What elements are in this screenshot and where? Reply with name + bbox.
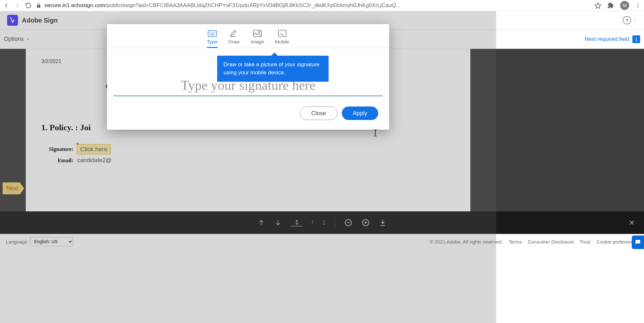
terms-link[interactable]: Terms [509, 239, 522, 245]
profile-avatar[interactable]: M [620, 1, 629, 10]
page-down-icon[interactable] [274, 219, 282, 226]
svg-rect-6 [254, 30, 261, 37]
url-text: secure.in1.echosign.com/public/esign?aid… [44, 2, 400, 9]
adobe-sign-logo-icon [7, 15, 18, 26]
kebab-menu-icon[interactable] [635, 3, 641, 8]
chat-widget-icon[interactable] [632, 235, 644, 249]
tab-mobile-label: Mobile [275, 39, 289, 44]
svg-point-7 [259, 31, 260, 32]
tab-draw[interactable]: Draw [228, 30, 240, 48]
browser-toolbar: secure.in1.echosign.com/public/esign?aid… [0, 0, 644, 11]
signature-field[interactable]: * Click here [77, 144, 111, 154]
email-value: candidate2@ [77, 157, 111, 164]
tab-draw-label: Draw [228, 39, 240, 44]
address-bar[interactable]: secure.in1.echosign.com/public/esign?aid… [36, 2, 590, 9]
lock-icon [36, 3, 41, 8]
app-title: Adobe Sign [22, 17, 58, 24]
bookmark-star-icon[interactable] [594, 2, 601, 9]
trust-link[interactable]: Trust [580, 239, 591, 245]
signature-placeholder: Click here [80, 146, 107, 152]
copyright-text: © 2021 Adobe. All rights reserved. [430, 239, 503, 245]
next-required-field[interactable]: Next required field 1 [585, 35, 640, 43]
tab-mobile[interactable]: Mobile [275, 30, 289, 48]
download-icon[interactable] [379, 219, 387, 226]
keyboard-icon [208, 30, 217, 37]
language-label: Language [6, 239, 27, 245]
reload-button[interactable] [25, 2, 32, 9]
svg-rect-8 [278, 30, 286, 37]
zoom-out-icon[interactable] [344, 218, 352, 227]
chevron-down-icon [26, 37, 30, 42]
next-flag[interactable]: Next [3, 182, 24, 194]
tab-type[interactable]: Type [207, 30, 217, 48]
page-up-icon[interactable] [257, 219, 265, 226]
close-pdf-bar-icon[interactable] [629, 219, 635, 226]
required-asterisk-icon: * [76, 141, 79, 149]
svg-point-0 [638, 3, 639, 4]
tab-image-label: Image [251, 39, 264, 44]
extensions-icon[interactable] [607, 2, 614, 9]
image-icon [253, 30, 262, 37]
options-label: Options [4, 36, 24, 42]
email-label: Email: [41, 157, 73, 164]
forward-button[interactable] [14, 2, 21, 9]
zoom-in-icon[interactable] [361, 218, 370, 227]
help-menu[interactable]: ? [623, 16, 637, 24]
apply-button[interactable]: Apply [342, 106, 378, 120]
chevron-down-icon [633, 18, 637, 22]
help-icon: ? [623, 16, 631, 24]
tab-type-label: Type [207, 39, 217, 44]
pen-icon [229, 30, 238, 37]
mobile-tooltip: Draw or take a picture of your signature… [217, 56, 329, 82]
mobile-signature-icon [278, 30, 287, 37]
footer: Language English: US © 2021 Adobe. All r… [0, 234, 644, 249]
signature-tabs: Type Draw Image Mobile [107, 24, 389, 48]
page-total: 1 [322, 219, 326, 226]
next-field-count-badge: 1 [632, 35, 640, 43]
tab-image[interactable]: Image [251, 30, 264, 48]
next-field-label: Next required field [585, 36, 629, 42]
language-select[interactable]: English: US [30, 237, 73, 246]
disclosure-link[interactable]: Consumer Disclosure [528, 239, 574, 245]
close-button[interactable]: Close [300, 106, 337, 120]
signature-label: Signature: [41, 146, 73, 152]
page-number-input[interactable] [291, 219, 303, 226]
back-button[interactable] [3, 2, 10, 9]
divider [335, 217, 335, 228]
page-separator: / [312, 219, 313, 226]
svg-point-2 [638, 7, 639, 8]
options-dropdown[interactable]: Options [4, 36, 30, 42]
svg-point-1 [638, 5, 639, 6]
pdf-controls-bar: / 1 [0, 211, 644, 234]
